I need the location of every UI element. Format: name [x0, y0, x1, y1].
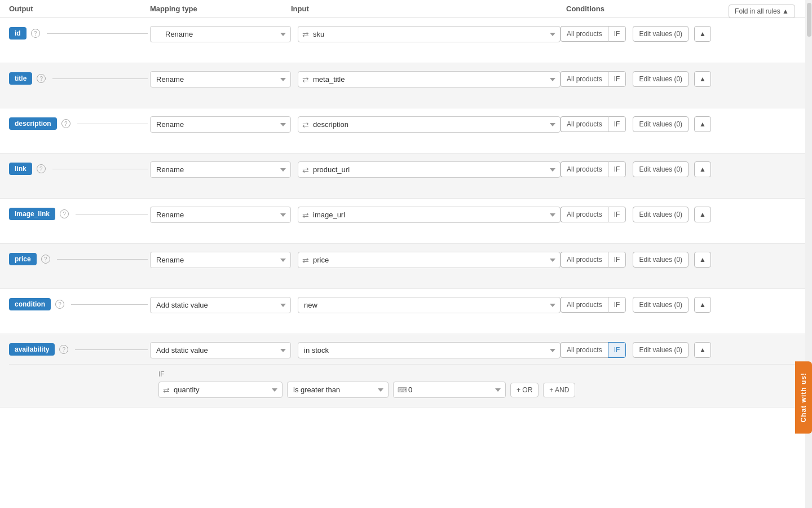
mapping-type-select[interactable]: Rename Add static value — [150, 71, 291, 87]
help-icon[interactable]: ? — [31, 29, 40, 38]
help-icon[interactable]: ? — [60, 209, 69, 218]
help-icon[interactable]: ? — [61, 119, 70, 128]
input-value-select[interactable]: description — [298, 116, 561, 133]
input-col: in stock — [291, 341, 561, 358]
input-col: ⇄ meta_title — [291, 70, 561, 87]
mapping-type-select[interactable]: Rename Add static value — [150, 252, 291, 268]
mapping-col: Add static value Rename — [150, 296, 291, 313]
collapse-button[interactable]: ▲ — [694, 116, 711, 132]
edit-values-button[interactable]: Edit values (0) — [633, 161, 689, 177]
mapping-type-select[interactable]: Rename Add static value Use default valu… — [150, 26, 291, 42]
if-operator-select[interactable]: is greater than is less than equals — [287, 382, 389, 398]
help-icon[interactable]: ? — [41, 255, 50, 264]
connector-line — [47, 33, 148, 34]
all-products-button[interactable]: All products — [561, 161, 608, 177]
output-col: price ? — [9, 251, 150, 265]
edit-values-button[interactable]: Edit values (0) — [633, 71, 689, 87]
table-header: Output Mapping type Input Conditions Fol… — [0, 0, 812, 18]
conditions-group: All products IF — [561, 207, 626, 222]
input-col: ⇄ product_url — [291, 160, 561, 178]
swap-icon: ⇄ — [302, 30, 309, 39]
mapping-col: Add static value Rename — [150, 341, 291, 358]
chat-widget[interactable]: Chat with us! — [795, 361, 812, 433]
help-icon[interactable]: ? — [55, 300, 64, 309]
conditions-col: All products IF Edit values (0) ▲ — [561, 70, 803, 87]
connector-line — [71, 304, 148, 305]
collapse-button[interactable]: ▲ — [694, 71, 711, 87]
edit-values-button[interactable]: Edit values (0) — [633, 116, 689, 132]
collapse-button[interactable]: ▲ — [694, 161, 711, 177]
input-value-select[interactable]: product_url — [298, 161, 561, 178]
mapping-type-wrapper: Rename Add static value Use default valu… — [150, 26, 291, 42]
edit-values-button[interactable]: Edit values (0) — [633, 26, 689, 42]
mapping-type-select[interactable]: Add static value Rename — [150, 297, 291, 313]
or-button[interactable]: + OR — [510, 383, 539, 397]
input-value-select[interactable]: new — [298, 297, 561, 313]
all-products-button[interactable]: All products — [561, 71, 608, 87]
if-button[interactable]: IF — [608, 116, 626, 132]
connector-line — [52, 78, 148, 79]
collapse-button[interactable]: ▲ — [694, 342, 711, 358]
all-products-button[interactable]: All products — [561, 342, 608, 358]
conditions-group: All products IF — [561, 71, 626, 87]
if-value-select[interactable]: 0 — [393, 382, 506, 398]
all-products-button[interactable]: All products — [561, 207, 608, 222]
sub-if-row: IF ⇄ quantity is greater than is less th… — [9, 364, 803, 398]
help-icon[interactable]: ? — [59, 345, 68, 354]
conditions-group: All products IF — [561, 342, 626, 358]
edit-values-button[interactable]: Edit values (0) — [633, 342, 689, 358]
edit-values-button[interactable]: Edit values (0) — [633, 207, 689, 222]
and-button[interactable]: + AND — [543, 383, 575, 397]
output-col: image_link ? — [9, 205, 150, 220]
mapping-type-select[interactable]: Rename Add static value — [150, 116, 291, 133]
if-button[interactable]: IF — [608, 297, 626, 313]
input-value-select[interactable]: sku — [298, 26, 561, 42]
input-field-wrapper: ⇄ meta_title — [298, 71, 561, 87]
swap-icon: ⇄ — [302, 165, 309, 174]
collapse-button[interactable]: ▲ — [694, 207, 711, 222]
help-icon[interactable]: ? — [37, 74, 46, 83]
output-col: title ? — [9, 70, 150, 85]
all-products-button[interactable]: All products — [561, 116, 608, 132]
input-field-wrapper: ⇄ price — [298, 252, 561, 268]
collapse-button[interactable]: ▲ — [694, 26, 711, 42]
mapping-type-select[interactable]: Rename Add static value — [150, 207, 291, 223]
input-value-select[interactable]: image_url — [298, 207, 561, 223]
if-button[interactable]: IF — [608, 252, 626, 268]
input-value-select[interactable]: in stock — [298, 342, 561, 358]
swap-icon: ⇄ — [302, 211, 309, 220]
if-button[interactable]: IF — [608, 71, 626, 87]
edit-values-button[interactable]: Edit values (0) — [633, 297, 689, 313]
conditions-col: All products IF Edit values (0) ▲ — [561, 296, 803, 313]
swap-icon: ⇄ — [302, 120, 309, 129]
conditions-col: All products IF Edit values (0) ▲ — [561, 205, 803, 222]
if-field-select[interactable]: quantity — [158, 382, 283, 398]
help-icon[interactable]: ? — [37, 164, 46, 173]
col-header-output: Output — [9, 5, 150, 13]
fold-all-button[interactable]: Fold in all rules ▲ — [729, 5, 795, 18]
if-button[interactable]: IF — [608, 207, 626, 222]
input-col: ⇄ description — [291, 115, 561, 133]
input-value-select[interactable]: price — [298, 252, 561, 268]
if-button[interactable]: IF — [608, 26, 626, 42]
if-controls: ⇄ quantity is greater than is less than … — [158, 382, 803, 398]
input-field-wrapper: ⇄ product_url — [298, 161, 561, 178]
rule-row: price ? Rename Add static value ⇄ price … — [0, 244, 812, 289]
all-products-button[interactable]: All products — [561, 297, 608, 313]
mapping-col: Rename Add static value — [150, 70, 291, 87]
all-products-button[interactable]: All products — [561, 252, 608, 268]
output-badge: condition — [9, 298, 51, 310]
connector-line — [52, 169, 148, 169]
output-col: availability ? — [9, 341, 150, 356]
collapse-button[interactable]: ▲ — [694, 297, 711, 313]
if-button[interactable]: IF — [608, 342, 626, 358]
edit-values-button[interactable]: Edit values (0) — [633, 252, 689, 268]
if-button[interactable]: IF — [608, 161, 626, 177]
mapping-type-select[interactable]: Rename Add static value — [150, 161, 291, 178]
conditions-group: All products IF — [561, 252, 626, 268]
conditions-group: All products IF — [561, 26, 626, 42]
all-products-button[interactable]: All products — [561, 26, 608, 42]
collapse-button[interactable]: ▲ — [694, 252, 711, 268]
input-value-select[interactable]: meta_title — [298, 71, 561, 87]
mapping-type-select[interactable]: Add static value Rename — [150, 342, 291, 358]
